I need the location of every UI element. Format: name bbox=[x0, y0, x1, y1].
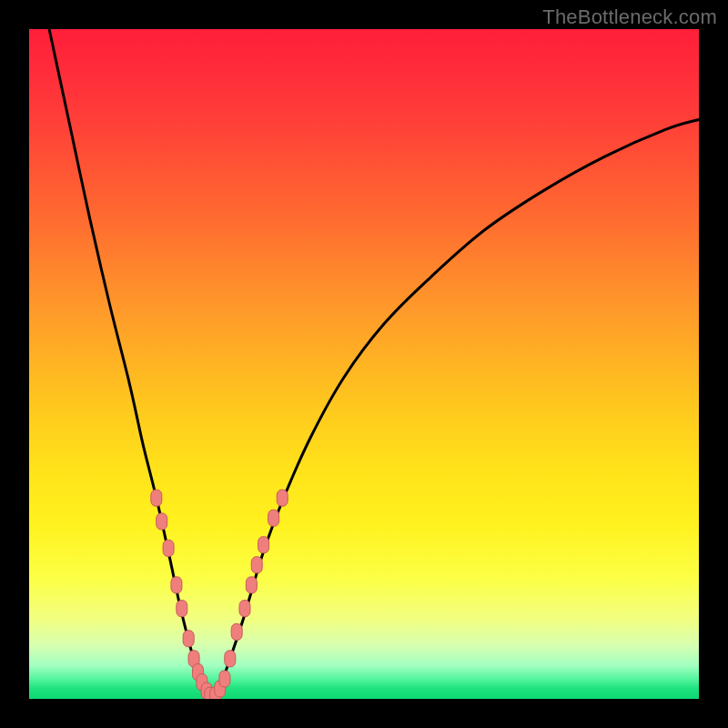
data-marker bbox=[225, 651, 236, 667]
data-marker bbox=[183, 631, 194, 647]
data-marker bbox=[177, 601, 187, 617]
bottleneck-curve-right bbox=[210, 119, 699, 699]
data-marker bbox=[151, 490, 162, 506]
data-marker bbox=[246, 577, 257, 593]
data-marker bbox=[171, 577, 182, 593]
data-marker bbox=[268, 510, 279, 526]
chart-frame: TheBottleneck.com bbox=[0, 0, 728, 728]
data-marker bbox=[277, 490, 288, 506]
plot-area bbox=[29, 29, 699, 699]
data-marker bbox=[258, 537, 269, 553]
data-marker bbox=[157, 513, 167, 530]
watermark-text: TheBottleneck.com bbox=[542, 5, 717, 29]
data-marker bbox=[219, 671, 230, 687]
data-marker bbox=[251, 557, 262, 573]
data-marker bbox=[239, 601, 250, 617]
data-marker bbox=[163, 540, 174, 556]
bottleneck-curve-left bbox=[49, 29, 210, 699]
curve-group bbox=[49, 29, 699, 699]
data-marker bbox=[231, 623, 242, 640]
markers-group bbox=[151, 490, 288, 699]
chart-svg bbox=[29, 29, 699, 699]
